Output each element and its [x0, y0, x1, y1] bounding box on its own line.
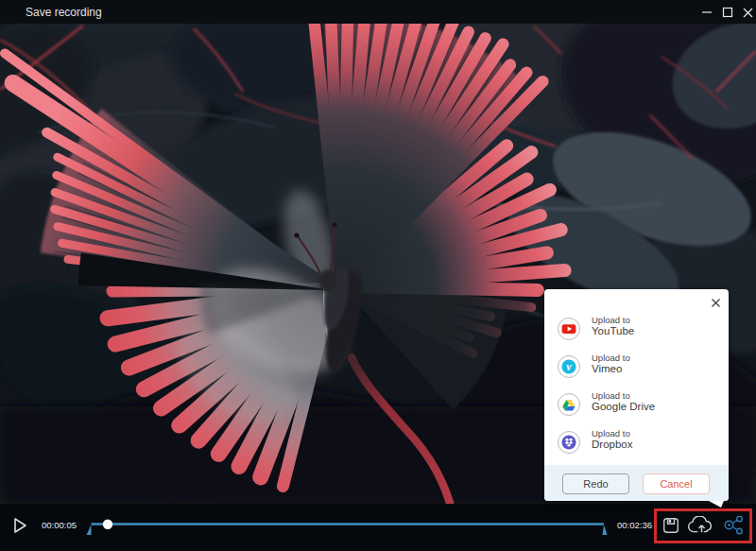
svg-text:v: v: [566, 360, 572, 373]
